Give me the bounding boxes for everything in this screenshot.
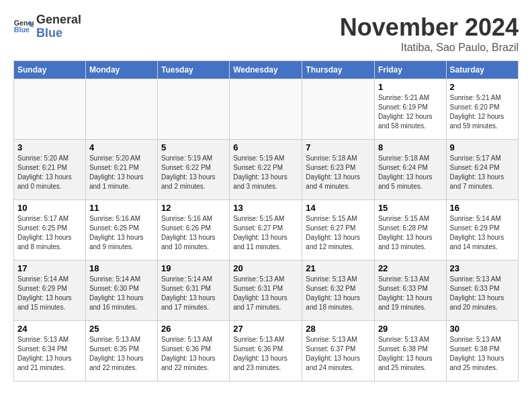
calendar-day-cell: 19Sunrise: 5:14 AM Sunset: 6:31 PM Dayli… — [157, 261, 229, 321]
day-number: 5 — [161, 142, 226, 152]
calendar-day-cell: 15Sunrise: 5:15 AM Sunset: 6:28 PM Dayli… — [374, 200, 446, 261]
day-number: 13 — [233, 203, 298, 213]
calendar-day-cell: 20Sunrise: 5:13 AM Sunset: 6:31 PM Dayli… — [230, 261, 302, 321]
day-number: 27 — [233, 324, 298, 334]
calendar-day-cell: 22Sunrise: 5:13 AM Sunset: 6:33 PM Dayli… — [374, 261, 446, 321]
calendar-header-row: SundayMondayTuesdayWednesdayThursdayFrid… — [14, 61, 519, 79]
calendar-day-cell: 29Sunrise: 5:13 AM Sunset: 6:38 PM Dayli… — [374, 321, 446, 381]
day-info: Sunrise: 5:14 AM Sunset: 6:29 PM Dayligh… — [17, 275, 82, 312]
day-number: 19 — [161, 263, 226, 273]
day-number: 15 — [378, 203, 443, 213]
calendar-day-cell: 1Sunrise: 5:21 AM Sunset: 6:19 PM Daylig… — [374, 79, 446, 140]
day-of-week-header: Monday — [85, 61, 157, 79]
day-number: 20 — [233, 263, 298, 273]
calendar-day-cell: 7Sunrise: 5:18 AM Sunset: 6:23 PM Daylig… — [302, 140, 375, 200]
day-info: Sunrise: 5:13 AM Sunset: 6:38 PM Dayligh… — [450, 335, 515, 373]
day-number: 29 — [378, 324, 443, 334]
day-info: Sunrise: 5:18 AM Sunset: 6:23 PM Dayligh… — [306, 154, 371, 191]
day-info: Sunrise: 5:19 AM Sunset: 6:22 PM Dayligh… — [161, 154, 226, 191]
day-info: Sunrise: 5:20 AM Sunset: 6:21 PM Dayligh… — [89, 154, 154, 191]
page-header: General Blue General Blue November 2024 … — [13, 13, 519, 54]
calendar-day-cell: 21Sunrise: 5:13 AM Sunset: 6:32 PM Dayli… — [302, 261, 375, 321]
calendar-day-cell: 9Sunrise: 5:17 AM Sunset: 6:24 PM Daylig… — [446, 140, 518, 200]
calendar-day-cell: 6Sunrise: 5:19 AM Sunset: 6:22 PM Daylig… — [230, 140, 302, 200]
day-of-week-header: Wednesday — [230, 61, 302, 79]
day-info: Sunrise: 5:13 AM Sunset: 6:33 PM Dayligh… — [378, 275, 443, 312]
day-info: Sunrise: 5:15 AM Sunset: 6:27 PM Dayligh… — [306, 214, 371, 252]
calendar-day-cell: 4Sunrise: 5:20 AM Sunset: 6:21 PM Daylig… — [85, 140, 157, 200]
month-year-title: November 2024 — [340, 13, 519, 42]
day-info: Sunrise: 5:13 AM Sunset: 6:35 PM Dayligh… — [89, 335, 154, 373]
day-number: 10 — [17, 203, 82, 213]
calendar-day-cell: 26Sunrise: 5:13 AM Sunset: 6:36 PM Dayli… — [157, 321, 229, 381]
day-number: 2 — [450, 82, 515, 92]
day-number: 7 — [306, 142, 371, 152]
day-info: Sunrise: 5:14 AM Sunset: 6:29 PM Dayligh… — [450, 214, 515, 252]
day-number: 23 — [450, 263, 515, 273]
location-subtitle: Itatiba, Sao Paulo, Brazil — [340, 42, 519, 54]
day-number: 30 — [450, 324, 515, 334]
day-number: 6 — [233, 142, 298, 152]
day-info: Sunrise: 5:16 AM Sunset: 6:25 PM Dayligh… — [89, 214, 154, 252]
calendar-day-cell: 17Sunrise: 5:14 AM Sunset: 6:29 PM Dayli… — [14, 261, 86, 321]
calendar-day-cell: 11Sunrise: 5:16 AM Sunset: 6:25 PM Dayli… — [85, 200, 157, 261]
day-number: 26 — [161, 324, 226, 334]
day-info: Sunrise: 5:20 AM Sunset: 6:21 PM Dayligh… — [17, 154, 82, 191]
calendar-day-cell: 27Sunrise: 5:13 AM Sunset: 6:36 PM Dayli… — [230, 321, 302, 381]
day-info: Sunrise: 5:15 AM Sunset: 6:28 PM Dayligh… — [378, 214, 443, 252]
day-info: Sunrise: 5:21 AM Sunset: 6:19 PM Dayligh… — [378, 93, 443, 131]
day-of-week-header: Sunday — [14, 61, 86, 79]
calendar-day-cell: 10Sunrise: 5:17 AM Sunset: 6:25 PM Dayli… — [14, 200, 86, 261]
day-info: Sunrise: 5:13 AM Sunset: 6:31 PM Dayligh… — [233, 275, 298, 312]
day-number: 28 — [306, 324, 371, 334]
day-info: Sunrise: 5:13 AM Sunset: 6:32 PM Dayligh… — [306, 275, 371, 312]
calendar-day-cell: 5Sunrise: 5:19 AM Sunset: 6:22 PM Daylig… — [157, 140, 229, 200]
logo: General Blue General Blue — [13, 13, 81, 40]
logo-blue: Blue — [36, 27, 81, 40]
calendar-day-cell: 25Sunrise: 5:13 AM Sunset: 6:35 PM Dayli… — [85, 321, 157, 381]
day-number: 18 — [89, 263, 154, 273]
day-info: Sunrise: 5:17 AM Sunset: 6:24 PM Dayligh… — [450, 154, 515, 191]
calendar-day-cell: 16Sunrise: 5:14 AM Sunset: 6:29 PM Dayli… — [446, 200, 518, 261]
day-info: Sunrise: 5:13 AM Sunset: 6:36 PM Dayligh… — [161, 335, 226, 373]
calendar-day-cell: 3Sunrise: 5:20 AM Sunset: 6:21 PM Daylig… — [14, 140, 86, 200]
day-number: 16 — [450, 203, 515, 213]
day-number: 12 — [161, 203, 226, 213]
day-info: Sunrise: 5:14 AM Sunset: 6:31 PM Dayligh… — [161, 275, 226, 312]
day-number: 17 — [17, 263, 82, 273]
calendar-day-cell: 18Sunrise: 5:14 AM Sunset: 6:30 PM Dayli… — [85, 261, 157, 321]
logo-general: General — [36, 13, 81, 27]
day-number: 4 — [89, 142, 154, 152]
day-of-week-header: Saturday — [446, 61, 518, 79]
calendar-week-row: 17Sunrise: 5:14 AM Sunset: 6:29 PM Dayli… — [14, 261, 519, 321]
day-number: 21 — [306, 263, 371, 273]
calendar-week-row: 10Sunrise: 5:17 AM Sunset: 6:25 PM Dayli… — [14, 200, 519, 261]
calendar-day-cell: 14Sunrise: 5:15 AM Sunset: 6:27 PM Dayli… — [302, 200, 375, 261]
calendar-day-cell: 24Sunrise: 5:13 AM Sunset: 6:34 PM Dayli… — [14, 321, 86, 381]
calendar-week-row: 1Sunrise: 5:21 AM Sunset: 6:19 PM Daylig… — [14, 79, 519, 140]
logo-icon: General Blue — [13, 18, 34, 35]
calendar-day-cell — [14, 79, 86, 140]
day-info: Sunrise: 5:13 AM Sunset: 6:37 PM Dayligh… — [306, 335, 371, 373]
calendar-day-cell — [302, 79, 375, 140]
day-number: 8 — [378, 142, 443, 152]
day-info: Sunrise: 5:18 AM Sunset: 6:24 PM Dayligh… — [378, 154, 443, 191]
calendar-day-cell: 30Sunrise: 5:13 AM Sunset: 6:38 PM Dayli… — [446, 321, 518, 381]
calendar-table: SundayMondayTuesdayWednesdayThursdayFrid… — [13, 60, 519, 381]
day-info: Sunrise: 5:15 AM Sunset: 6:27 PM Dayligh… — [233, 214, 298, 252]
day-number: 1 — [378, 82, 443, 92]
calendar-day-cell — [85, 79, 157, 140]
day-info: Sunrise: 5:16 AM Sunset: 6:26 PM Dayligh… — [161, 214, 226, 252]
calendar-day-cell: 2Sunrise: 5:21 AM Sunset: 6:20 PM Daylig… — [446, 79, 518, 140]
calendar-day-cell: 12Sunrise: 5:16 AM Sunset: 6:26 PM Dayli… — [157, 200, 229, 261]
day-number: 11 — [89, 203, 154, 213]
day-info: Sunrise: 5:13 AM Sunset: 6:33 PM Dayligh… — [450, 275, 515, 312]
day-number: 25 — [89, 324, 154, 334]
day-number: 24 — [17, 324, 82, 334]
day-number: 3 — [17, 142, 82, 152]
calendar-day-cell: 13Sunrise: 5:15 AM Sunset: 6:27 PM Dayli… — [230, 200, 302, 261]
calendar-day-cell — [230, 79, 302, 140]
calendar-day-cell: 28Sunrise: 5:13 AM Sunset: 6:37 PM Dayli… — [302, 321, 375, 381]
calendar-week-row: 24Sunrise: 5:13 AM Sunset: 6:34 PM Dayli… — [14, 321, 519, 381]
day-of-week-header: Tuesday — [157, 61, 229, 79]
